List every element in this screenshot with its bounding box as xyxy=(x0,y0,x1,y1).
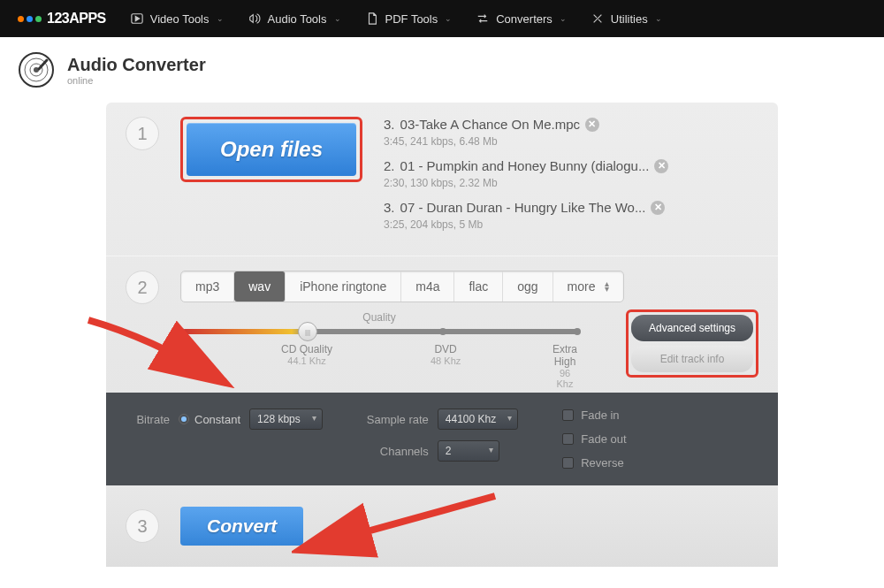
brand-logo[interactable]: 123APPS xyxy=(18,11,106,27)
convert-button[interactable]: Convert xyxy=(180,507,303,546)
quality-heading: Quality xyxy=(180,311,578,324)
sample-rate-select[interactable]: 44100 Khz xyxy=(438,409,518,430)
convert-icon xyxy=(476,12,489,25)
format-iphone[interactable]: iPhone ringtone xyxy=(286,271,401,302)
bitrate-select[interactable]: 128 kbps xyxy=(249,409,323,430)
pdf-icon xyxy=(366,12,378,25)
format-m4a[interactable]: m4a xyxy=(401,271,454,302)
format-flac[interactable]: flac xyxy=(454,271,503,302)
converter-panel: 1 Open files 3. 03-Take A Chance On Me.m… xyxy=(106,103,778,567)
open-files-button[interactable]: Open files xyxy=(187,123,356,176)
quality-slider[interactable]: ||| xyxy=(180,329,578,334)
step-1-badge: 1 xyxy=(126,117,159,150)
format-tabs: mp3 wav iPhone ringtone m4a flac ogg mor… xyxy=(180,271,624,302)
remove-file-icon[interactable]: ✕ xyxy=(651,201,665,215)
step-3-badge: 3 xyxy=(126,509,159,543)
nav-audio-tools[interactable]: Audio Tools⌄ xyxy=(248,12,341,26)
sample-rate-label: Sample rate xyxy=(367,413,429,426)
step-2-badge: 2 xyxy=(126,271,159,304)
remove-file-icon[interactable]: ✕ xyxy=(654,159,668,173)
play-icon xyxy=(131,12,143,25)
advanced-panel: Bitrate Constant 128 kbps Sample rate 44… xyxy=(106,393,778,485)
nav-video-tools[interactable]: Video Tools⌄ xyxy=(131,12,224,26)
file-item: 2. 01 - Pumpkin and Honey Bunny (dialogu… xyxy=(384,158,758,189)
format-wav[interactable]: wav xyxy=(234,271,286,302)
open-files-highlight: Open files xyxy=(180,117,362,182)
channels-label: Channels xyxy=(367,445,429,458)
page-title: Audio Converter xyxy=(67,55,206,75)
remove-file-icon[interactable]: ✕ xyxy=(585,118,599,132)
top-nav: 123APPS Video Tools⌄ Audio Tools⌄ PDF To… xyxy=(0,0,884,37)
vinyl-icon xyxy=(18,51,55,88)
format-ogg[interactable]: ogg xyxy=(503,271,552,302)
reverse-checkbox[interactable]: Reverse xyxy=(562,456,626,470)
bitrate-constant-radio[interactable]: Constant xyxy=(179,413,240,426)
file-item: 3. 07 - Duran Duran - Hungry Like The Wo… xyxy=(384,200,758,231)
fade-in-checkbox[interactable]: Fade in xyxy=(562,409,626,422)
file-item: 3. 03-Take A Chance On Me.mpc ✕ 3:45, 24… xyxy=(384,117,758,148)
slider-knob[interactable]: ||| xyxy=(298,322,317,341)
nav-converters[interactable]: Converters⌄ xyxy=(476,12,567,26)
format-more[interactable]: more ▴▾ xyxy=(553,271,623,302)
audio-icon xyxy=(248,12,261,25)
nav-pdf-tools[interactable]: PDF Tools⌄ xyxy=(366,12,453,26)
brand-text: 123APPS xyxy=(47,11,106,27)
nav-utilities[interactable]: Utilities⌄ xyxy=(591,12,662,26)
channels-select[interactable]: 2 xyxy=(438,440,499,462)
chevron-updown-icon: ▴▾ xyxy=(605,281,609,292)
bitrate-label: Bitrate xyxy=(133,413,170,426)
page-subtitle: online xyxy=(67,75,206,86)
fade-out-checkbox[interactable]: Fade out xyxy=(562,432,626,446)
tools-icon xyxy=(591,12,604,25)
page-header: Audio Converter online xyxy=(0,37,884,103)
format-mp3[interactable]: mp3 xyxy=(181,271,234,302)
file-list: 3. 03-Take A Chance On Me.mpc ✕ 3:45, 24… xyxy=(384,117,758,241)
